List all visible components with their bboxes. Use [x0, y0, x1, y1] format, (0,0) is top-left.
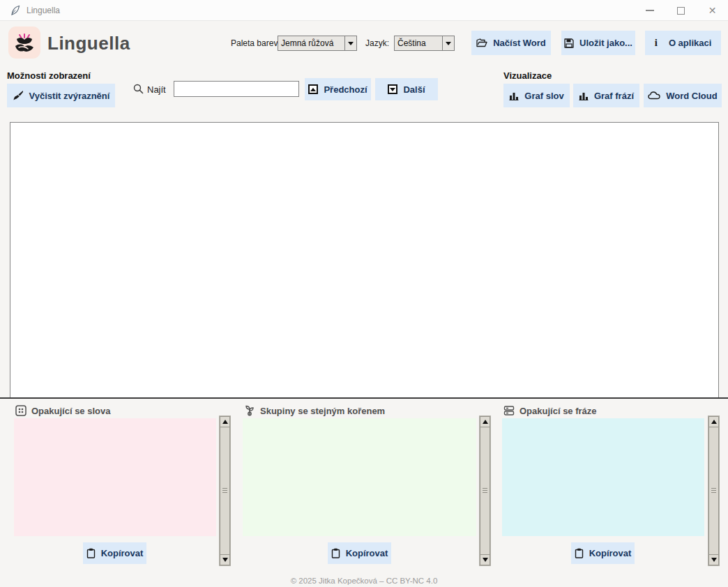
repeated-phrases-title: Opakující se fráze	[520, 406, 597, 416]
copy-roots-label: Kopírovat	[346, 548, 388, 558]
minimize-button[interactable]	[634, 0, 665, 21]
scrollbar-thumb[interactable]	[480, 427, 490, 554]
repeated-words-scrollbar[interactable]	[219, 416, 231, 566]
word-cloud-button[interactable]: Word Cloud	[644, 84, 722, 107]
window-title: Linguella	[26, 6, 60, 15]
clear-highlight-label: Vyčistit zvýraznění	[29, 91, 110, 101]
app-title: Linguella	[47, 33, 130, 54]
clipboard-icon	[575, 548, 584, 558]
scroll-up-icon[interactable]	[708, 416, 719, 427]
info-icon: i	[655, 37, 658, 49]
phrase-chart-label: Graf frází	[594, 91, 634, 101]
copy-words-label: Kopírovat	[101, 548, 144, 558]
text-editor[interactable]	[10, 122, 719, 397]
repeated-words-title: Opakující se slova	[31, 406, 110, 416]
next-button[interactable]: Další	[375, 78, 438, 100]
clear-highlight-button[interactable]: Vyčistit zvýraznění	[7, 84, 115, 107]
root-groups-scrollbar[interactable]	[479, 416, 491, 566]
arrow-up-icon	[308, 84, 318, 94]
scrollbar-thumb[interactable]	[220, 427, 230, 554]
search-icon	[132, 83, 144, 95]
logo-book-icon	[13, 31, 36, 54]
save-as-label: Uložit jako...	[579, 38, 632, 48]
language-dropdown-arrow[interactable]	[442, 36, 454, 50]
word-chart-button[interactable]: Graf slov	[503, 84, 570, 107]
word-cloud-label: Word Cloud	[666, 91, 717, 101]
scroll-up-icon[interactable]	[480, 416, 490, 427]
maximize-icon	[677, 7, 685, 15]
copyright-text: © 2025 Jitka Kopečková – CC BY-NC 4.0	[0, 577, 728, 585]
seedling-icon	[244, 405, 255, 416]
minimize-icon	[646, 10, 654, 11]
clipboard-icon	[86, 548, 96, 558]
cloud-icon	[648, 91, 660, 100]
bar-chart-icon	[509, 91, 519, 100]
root-groups-header: Skupiny se stejným kořenem	[244, 405, 385, 416]
about-label: O aplikaci	[669, 38, 711, 48]
display-options-heading: Možnosti zobrazení	[7, 70, 91, 81]
brush-icon	[13, 90, 24, 101]
scrollbar-thumb[interactable]	[708, 427, 719, 554]
clipboard-icon	[331, 548, 340, 558]
maximize-button[interactable]	[665, 0, 697, 21]
previous-button[interactable]: Předchozí	[305, 78, 371, 100]
language-select[interactable]: Čeština	[394, 36, 455, 51]
root-groups-title: Skupiny se stejným kořenem	[260, 406, 385, 416]
visualization-heading: Vizualizace	[503, 70, 552, 81]
save-as-button[interactable]: Uložit jako...	[561, 31, 635, 55]
language-label: Jazyk:	[365, 38, 389, 48]
chevron-down-icon	[446, 42, 451, 45]
grid-dots-icon	[15, 405, 26, 416]
copy-roots-button[interactable]: Kopírovat	[328, 542, 391, 564]
word-chart-label: Graf slov	[524, 91, 563, 101]
repeated-phrases-header: Opakující se fráze	[503, 405, 597, 416]
scroll-down-icon[interactable]	[708, 554, 719, 565]
repeated-words-box[interactable]	[14, 418, 216, 536]
find-label: Najít	[147, 84, 166, 95]
stacked-books-icon	[503, 405, 515, 416]
close-icon: ✕	[708, 6, 717, 15]
repeated-phrases-scrollbar[interactable]	[708, 416, 720, 566]
palette-value: Jemná růžová	[278, 36, 344, 50]
scroll-down-icon[interactable]	[220, 554, 230, 565]
palette-select[interactable]: Jemná růžová	[278, 36, 357, 51]
scroll-down-icon[interactable]	[480, 554, 490, 565]
copy-phrases-button[interactable]: Kopírovat	[571, 542, 635, 564]
load-word-label: Načíst Word	[493, 38, 546, 48]
titlebar: Linguella ✕	[0, 0, 728, 21]
divider	[0, 397, 728, 399]
next-label: Další	[403, 84, 425, 95]
scroll-up-icon[interactable]	[220, 416, 230, 427]
phrase-chart-button[interactable]: Graf frází	[573, 84, 639, 107]
copy-phrases-label: Kopírovat	[589, 548, 632, 558]
load-word-button[interactable]: Načíst Word	[471, 31, 551, 55]
copy-words-button[interactable]: Kopírovat	[83, 542, 146, 564]
previous-label: Předchozí	[324, 84, 367, 95]
find-input[interactable]	[174, 81, 299, 97]
arrow-down-icon	[388, 84, 397, 94]
palette-dropdown-arrow[interactable]	[344, 36, 356, 50]
repeated-phrases-box[interactable]	[502, 418, 704, 536]
close-button[interactable]: ✕	[697, 0, 728, 21]
root-groups-box[interactable]	[243, 418, 476, 536]
quill-icon	[10, 5, 21, 16]
app-logo	[8, 26, 40, 59]
palette-label: Paleta barev	[231, 38, 278, 48]
bar-chart-icon	[579, 91, 589, 100]
language-value: Čeština	[395, 36, 442, 50]
repeated-words-header: Opakující se slova	[15, 405, 110, 416]
about-button[interactable]: i O aplikaci	[645, 31, 721, 55]
folder-open-icon	[476, 38, 487, 47]
save-icon	[564, 38, 574, 48]
chevron-down-icon	[348, 42, 354, 45]
